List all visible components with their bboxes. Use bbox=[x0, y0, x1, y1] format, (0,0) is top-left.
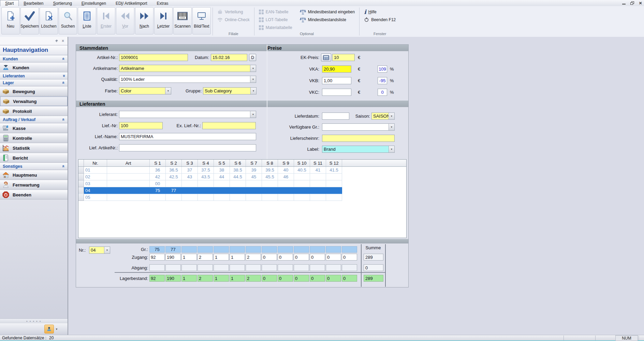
cell-s6[interactable] bbox=[230, 180, 246, 187]
abgang-cell-4[interactable] bbox=[197, 264, 213, 271]
lagerbestand-cell-10[interactable]: 0 bbox=[294, 275, 309, 282]
cell-nr[interactable]: 04 bbox=[84, 187, 107, 194]
lagerbestand-cell-3[interactable]: 1 bbox=[181, 275, 197, 282]
row-header[interactable] bbox=[78, 167, 84, 174]
cell-s9[interactable] bbox=[278, 187, 294, 194]
cell-s2[interactable] bbox=[166, 194, 182, 201]
cell-s12[interactable] bbox=[326, 180, 342, 187]
dropdown-arrow-icon[interactable]: ▼ bbox=[250, 65, 256, 72]
cell-nr[interactable]: 05 bbox=[84, 194, 107, 201]
cell-s11[interactable] bbox=[310, 174, 326, 180]
vkb-percent-field[interactable]: -95 bbox=[378, 77, 387, 84]
zugang-cell-10[interactable]: 0 bbox=[294, 254, 309, 261]
abgang-cell-6[interactable] bbox=[230, 264, 245, 271]
lagerbestand-cell-13[interactable]: 0 bbox=[342, 275, 357, 282]
abgang-cell-1[interactable] bbox=[149, 264, 165, 271]
vkc-field[interactable] bbox=[322, 89, 351, 96]
artikelname-combo[interactable]: Artikelname ▼ bbox=[119, 65, 256, 72]
cell-s6[interactable]: 44.5 bbox=[230, 174, 246, 180]
label-combo[interactable]: Brand ▼ bbox=[322, 146, 395, 153]
cell-s5[interactable] bbox=[214, 194, 230, 201]
abgang-cell-10[interactable] bbox=[294, 264, 309, 271]
sidebar-section-lager[interactable]: Lager« bbox=[0, 79, 68, 86]
cell-nr[interactable]: 01 bbox=[84, 167, 107, 174]
lagerbestand-cell-4[interactable]: 2 bbox=[197, 275, 213, 282]
menu-extras[interactable]: Extras bbox=[152, 0, 173, 6]
sidebar-item-beenden[interactable]: Beenden bbox=[0, 190, 68, 199]
sidebar-item-bewegung[interactable]: Bewegung bbox=[0, 87, 68, 96]
cell-nr[interactable]: 03 bbox=[84, 180, 107, 187]
vkc-percent-field[interactable]: 0 bbox=[378, 89, 387, 96]
cell-s9[interactable]: 40 bbox=[278, 167, 294, 174]
cell-art[interactable] bbox=[107, 194, 150, 201]
cell-s10[interactable] bbox=[294, 180, 310, 187]
lief-name-field[interactable]: MUSTERFIRMA bbox=[119, 133, 256, 140]
abgang-cell-11[interactable] bbox=[310, 264, 325, 271]
abgang-cell-5[interactable] bbox=[214, 264, 229, 271]
lieferscheinnr-field[interactable] bbox=[322, 135, 395, 142]
zugang-cell-7[interactable]: 2 bbox=[246, 254, 261, 261]
gr-cell-11[interactable] bbox=[310, 246, 325, 253]
restore-icon[interactable] bbox=[630, 1, 634, 5]
lagerbestand-cell-8[interactable]: 0 bbox=[262, 275, 277, 282]
cell-s3[interactable] bbox=[182, 180, 198, 187]
lagerbestand-cell-12[interactable]: 0 bbox=[326, 275, 341, 282]
gr-cell-2[interactable]: 77 bbox=[165, 246, 181, 253]
cell-s4[interactable]: 43.5 bbox=[198, 174, 214, 180]
cell-s1[interactable] bbox=[150, 194, 166, 201]
cell-s4[interactable] bbox=[198, 187, 214, 194]
lagerbestand-cell-5[interactable]: 1 bbox=[214, 275, 229, 282]
cell-s5[interactable] bbox=[214, 187, 230, 194]
row-header[interactable] bbox=[78, 194, 84, 201]
cell-s11[interactable]: 41 bbox=[310, 167, 326, 174]
cell-s7[interactable] bbox=[246, 180, 262, 187]
close-icon[interactable]: × bbox=[639, 1, 642, 5]
sidebar-item-kontrolle[interactable]: Kontrolle bbox=[0, 133, 68, 143]
verfuegbare-gr-combo[interactable]: ▼ bbox=[322, 123, 395, 131]
ribbon-button-löschen[interactable]: Löschen bbox=[40, 7, 58, 34]
cell-s12[interactable] bbox=[326, 174, 342, 180]
cell-s3[interactable]: 37 bbox=[182, 167, 198, 174]
abgang-cell-3[interactable] bbox=[181, 264, 197, 271]
gr-cell-8[interactable] bbox=[262, 246, 277, 253]
gr-cell-3[interactable] bbox=[181, 246, 197, 253]
menu-edi-artikelimport[interactable]: EDI / Artikelimport bbox=[111, 0, 152, 6]
gr-cell-7[interactable] bbox=[246, 246, 261, 253]
cell-s4[interactable]: 37.5 bbox=[198, 167, 214, 174]
cell-s4[interactable] bbox=[198, 194, 214, 201]
gr-cell-4[interactable] bbox=[197, 246, 213, 253]
cell-s8[interactable]: 39.5 bbox=[262, 167, 278, 174]
gr-cell-10[interactable] bbox=[294, 246, 309, 253]
cell-s8[interactable] bbox=[262, 187, 278, 194]
abgang-cell-2[interactable] bbox=[165, 264, 181, 271]
cell-s6[interactable] bbox=[230, 187, 246, 194]
cell-s3[interactable] bbox=[182, 187, 198, 194]
zugang-cell-2[interactable]: 190 bbox=[165, 254, 181, 261]
menu-start[interactable]: Start bbox=[0, 0, 19, 6]
cell-s2[interactable]: 42.5 bbox=[166, 174, 182, 180]
cell-s2[interactable] bbox=[166, 180, 182, 187]
cell-s3[interactable] bbox=[182, 194, 198, 201]
sidebar-section-kunden[interactable]: Kunden« bbox=[0, 56, 68, 62]
table-row-02[interactable]: 024242.54343.54444.54545.546 bbox=[78, 174, 406, 180]
datum-calendar-button[interactable]: D bbox=[249, 54, 256, 61]
cell-art[interactable] bbox=[107, 180, 150, 187]
cell-s6[interactable]: 38.5 bbox=[230, 167, 246, 174]
cell-s11[interactable] bbox=[310, 194, 326, 201]
ribbon-button-neu[interactable]: Neu bbox=[1, 7, 20, 34]
zugang-cell-13[interactable]: 0 bbox=[342, 254, 357, 261]
zugang-cell-5[interactable]: 1 bbox=[214, 254, 229, 261]
table-row-03[interactable]: 0300 bbox=[78, 180, 406, 187]
cell-s10[interactable] bbox=[294, 194, 310, 201]
abgang-cell-13[interactable] bbox=[342, 264, 357, 271]
ribbon-button-speichern[interactable]: Speichern bbox=[20, 7, 39, 34]
cell-s1[interactable]: 75 bbox=[150, 187, 166, 194]
table-row-05[interactable]: 05 bbox=[78, 194, 406, 201]
cell-s5[interactable]: 38 bbox=[214, 167, 230, 174]
ribbon-button-scannen[interactable]: 2390Scannen bbox=[173, 7, 192, 34]
sidebar-section-sonstiges[interactable]: Sonstiges« bbox=[0, 163, 68, 170]
cell-s10[interactable] bbox=[294, 174, 310, 180]
ribbon-button-hilfe[interactable]: iHilfe bbox=[362, 8, 398, 15]
sidebar-section-lieferanten[interactable]: Lieferanten« bbox=[0, 73, 68, 79]
ribbon-button-letzter[interactable]: Letzter bbox=[154, 7, 173, 34]
